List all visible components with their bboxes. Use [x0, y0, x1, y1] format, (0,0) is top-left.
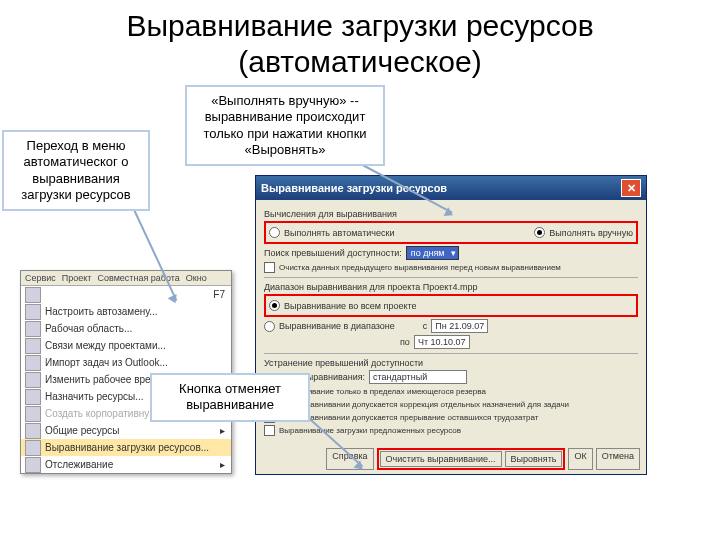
- menu-item[interactable]: Настроить автозамену...: [21, 303, 231, 320]
- menubar: Сервис Проект Совместная работа Окно: [21, 271, 231, 286]
- highlight-calc-mode: Выполнять автоматически Выполнять вручну…: [264, 221, 638, 244]
- help-button[interactable]: Справка: [326, 448, 373, 470]
- menu-item[interactable]: F7: [21, 286, 231, 303]
- menu-item[interactable]: Импорт задач из Outlook...: [21, 354, 231, 371]
- to-field[interactable]: Чт 10.10.07: [414, 335, 470, 349]
- clear-label: Очистка данных предыдущего выравнивания …: [279, 263, 561, 272]
- opt4-checkbox[interactable]: [264, 425, 275, 436]
- dialog-titlebar: Выравнивание загрузки ресурсов ✕: [256, 176, 646, 200]
- callout-manual: «Выполнять вручную» -- выравнивание прои…: [185, 85, 385, 166]
- highlight-whole-project: Выравнивание во всем проекте: [264, 294, 638, 317]
- menu-item[interactable]: Связи между проектами...: [21, 337, 231, 354]
- clear-checkbox[interactable]: [264, 262, 275, 273]
- menu-item[interactable]: Рабочая область...: [21, 320, 231, 337]
- menubar-item[interactable]: Сервис: [25, 273, 56, 283]
- radio-range-label: Выравнивание в диапазоне: [279, 321, 395, 331]
- radio-auto-label: Выполнять автоматически: [284, 228, 394, 238]
- group-range: Диапазон выравнивания для проекта Проект…: [264, 282, 638, 292]
- from-label: с: [423, 321, 428, 331]
- level-now-button[interactable]: Выровнять: [505, 451, 563, 467]
- radio-range[interactable]: [264, 321, 275, 332]
- callout-menu-path: Переход в меню автоматическог о выравнив…: [2, 130, 150, 211]
- radio-auto[interactable]: [269, 227, 280, 238]
- clear-leveling-button[interactable]: Очистить выравнивание...: [380, 451, 502, 467]
- to-label: по: [400, 337, 410, 347]
- lookfor-combo[interactable]: по дням: [406, 246, 460, 260]
- ok-button[interactable]: ОК: [568, 448, 592, 470]
- menubar-item[interactable]: Окно: [186, 273, 207, 283]
- close-icon[interactable]: ✕: [621, 179, 641, 197]
- group-resolve: Устранение превышений доступности: [264, 358, 638, 368]
- radio-manual[interactable]: [534, 227, 545, 238]
- opt2-label: При выравнивании допускается коррекция о…: [279, 400, 569, 409]
- opt1-label: Выравнивание только в пределах имеющегос…: [279, 387, 486, 396]
- radio-manual-label: Выполнять вручную: [549, 228, 633, 238]
- opt4-label: Выравнивание загрузки предложенных ресур…: [279, 426, 461, 435]
- order-combo[interactable]: стандартный: [369, 370, 467, 384]
- slide-title: Выравнивание загрузки ресурсов (автомати…: [0, 0, 720, 84]
- radio-whole[interactable]: [269, 300, 280, 311]
- menubar-item[interactable]: Проект: [62, 273, 92, 283]
- leveling-dialog: Выравнивание загрузки ресурсов ✕ Вычисле…: [255, 175, 647, 475]
- menu-item[interactable]: Выравнивание загрузки ресурсов...: [21, 439, 231, 456]
- menu-item[interactable]: Отслеживание▸: [21, 456, 231, 473]
- menu-item[interactable]: Общие ресурсы▸: [21, 422, 231, 439]
- dialog-title: Выравнивание загрузки ресурсов: [261, 182, 447, 194]
- from-field[interactable]: Пн 21.09.07: [431, 319, 488, 333]
- callout-clear-button: Кнопка отменяет выравнивание: [150, 373, 310, 422]
- radio-whole-label: Выравнивание во всем проекте: [284, 301, 416, 311]
- dialog-buttons: Справка Очистить выравнивание... Выровня…: [256, 444, 646, 474]
- highlight-level-buttons: Очистить выравнивание... Выровнять: [377, 448, 566, 470]
- opt3-label: При выравнивании допускается прерывание …: [279, 413, 538, 422]
- cancel-button[interactable]: Отмена: [596, 448, 640, 470]
- context-menu: Сервис Проект Совместная работа Окно F7Н…: [20, 270, 232, 474]
- lookfor-label: Поиск превышений доступности:: [264, 248, 402, 258]
